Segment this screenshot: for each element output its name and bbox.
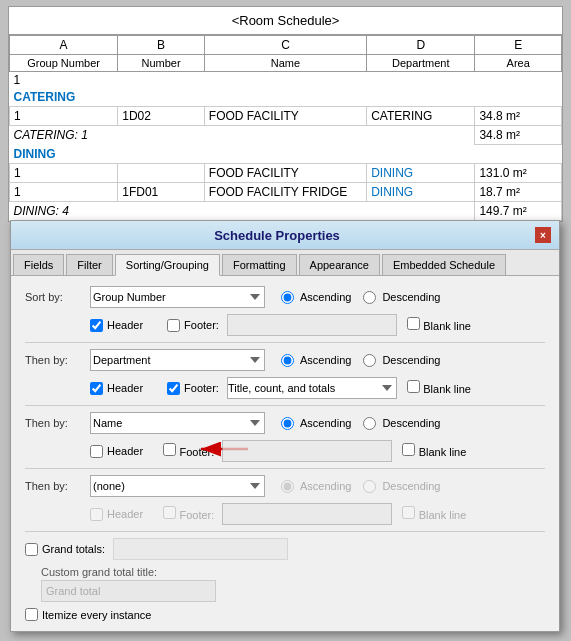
footer-dropdown-3[interactable] — [222, 440, 392, 462]
tab-filter[interactable]: Filter — [66, 254, 112, 275]
itemize-row: Itemize every instance — [25, 608, 545, 621]
ascending-label-3: Ascending — [300, 417, 351, 429]
close-button[interactable]: × — [535, 227, 551, 243]
total-catering-value: 34.8 m² — [475, 126, 562, 145]
blank-line-label-4: Blank line — [419, 509, 467, 521]
then-by-3-label: Then by: — [25, 480, 90, 492]
dialog-title: Schedule Properties — [19, 228, 535, 243]
footer-checkbox-1[interactable] — [167, 319, 180, 332]
descending-radio-1[interactable] — [363, 291, 376, 304]
then-by-2-label: Then by: — [25, 417, 90, 429]
descending-radio-4[interactable] — [363, 480, 376, 493]
row4-checks: Header Footer: Blank line — [25, 503, 545, 525]
grand-totals-row: Grand totals: — [25, 538, 545, 560]
descending-label-1: Descending — [382, 291, 440, 303]
footer-dropdown-2[interactable]: Title, count, and totals — [227, 377, 397, 399]
cell-b3: 1FD01 — [118, 183, 205, 202]
col-name-d: Department — [367, 55, 475, 72]
col-header-e: E — [475, 36, 562, 55]
grand-totals-label: Grand totals: — [42, 543, 105, 555]
row3-checks: Header Footer: Blank line — [25, 440, 545, 462]
sheet-title: <Room Schedule> — [9, 7, 562, 35]
tab-embedded-schedule[interactable]: Embedded Schedule — [382, 254, 506, 275]
ascending-label-2: Ascending — [300, 354, 351, 366]
row1-checks: Header Footer: Blank line — [25, 314, 545, 336]
cell-c2: FOOD FACILITY — [204, 164, 366, 183]
col-header-c: C — [204, 36, 366, 55]
footer-label-1: Footer: — [184, 319, 219, 331]
sort-by-label: Sort by: — [25, 291, 90, 303]
header-checkbox-4[interactable] — [90, 508, 103, 521]
ascending-radio-4[interactable] — [281, 480, 294, 493]
itemize-checkbox[interactable] — [25, 608, 38, 621]
ascending-radio-2[interactable] — [281, 354, 294, 367]
cell-d2: DINING — [367, 164, 475, 183]
dialog-tabs: Fields Filter Sorting/Grouping Formattin… — [11, 250, 559, 276]
footer-checkbox-4[interactable] — [163, 506, 176, 519]
total-dining-label: DINING: 4 — [10, 202, 475, 221]
descending-label-2: Descending — [382, 354, 440, 366]
itemize-label: Itemize every instance — [42, 609, 151, 621]
blank-line-checkbox-4[interactable] — [402, 506, 415, 519]
descending-radio-2[interactable] — [363, 354, 376, 367]
total-catering-label: CATERING: 1 — [10, 126, 475, 145]
col-name-a: Group Number — [10, 55, 118, 72]
sort-by-radio-group: Ascending Descending — [273, 291, 440, 304]
cell-b2 — [118, 164, 205, 183]
header-label-1: Header — [107, 319, 143, 331]
grand-totals-checkbox[interactable] — [25, 543, 38, 556]
then-by-2-dropdown[interactable]: Group Number Department Name Area — [90, 412, 265, 434]
header-checkbox-1[interactable] — [90, 319, 103, 332]
blank-line-checkbox-2[interactable] — [407, 380, 420, 393]
section-total-catering: CATERING: 1 34.8 m² — [10, 126, 562, 145]
table-row: 1 1FD01 FOOD FACILITY FRIDGE DINING 18.7… — [10, 183, 562, 202]
footer-dropdown-4[interactable] — [222, 503, 392, 525]
cell-d3: DINING — [367, 183, 475, 202]
tab-appearance[interactable]: Appearance — [299, 254, 380, 275]
header-checkbox-3[interactable] — [90, 445, 103, 458]
grand-totals-dropdown[interactable] — [113, 538, 288, 560]
cell-d1: CATERING — [367, 107, 475, 126]
then-by-1-dropdown[interactable]: Group Number Department Name Area — [90, 349, 265, 371]
tab-fields[interactable]: Fields — [13, 254, 64, 275]
cell-a2: 1 — [10, 164, 118, 183]
blank-line-checkbox-1[interactable] — [407, 317, 420, 330]
section-dining: DINING — [10, 145, 562, 164]
tab-formatting[interactable]: Formatting — [222, 254, 297, 275]
then-by-1-label: Then by: — [25, 354, 90, 366]
descending-label-4: Descending — [382, 480, 440, 492]
header-label-2: Header — [107, 382, 143, 394]
ascending-radio-3[interactable] — [281, 417, 294, 430]
then-by-3-dropdown[interactable]: (none) Group Number Number Name Departme… — [90, 475, 265, 497]
dialog-body: Sort by: Group Number Number Name Depart… — [11, 276, 559, 631]
ascending-label-4: Ascending — [300, 480, 351, 492]
header-label-4: Header — [107, 508, 143, 520]
then-by-3-radio-group: Ascending Descending — [273, 480, 440, 493]
cell-b1: 1D02 — [118, 107, 205, 126]
tab-sorting-grouping[interactable]: Sorting/Grouping — [115, 254, 220, 276]
blank-line-checkbox-3[interactable] — [402, 443, 415, 456]
blank-line-label-3: Blank line — [419, 446, 467, 458]
header-label-3: Header — [107, 445, 143, 457]
then-by-2-row: Then by: Group Number Department Name Ar… — [25, 412, 545, 434]
then-by-1-row: Then by: Group Number Department Name Ar… — [25, 349, 545, 371]
footer-checkbox-3[interactable] — [163, 443, 176, 456]
ascending-radio-1[interactable] — [281, 291, 294, 304]
sort-by-row: Sort by: Group Number Number Name Depart… — [25, 286, 545, 308]
footer-dropdown-1[interactable] — [227, 314, 397, 336]
cell-e1: 34.8 m² — [475, 107, 562, 126]
descending-radio-3[interactable] — [363, 417, 376, 430]
section-catering: CATERING — [10, 88, 562, 107]
custom-title-label: Custom grand total title: — [41, 566, 545, 578]
blank-line-label-1: Blank line — [423, 320, 471, 332]
cell-a3: 1 — [10, 183, 118, 202]
sort-by-dropdown[interactable]: Group Number Number Name Department Area — [90, 286, 265, 308]
footer-checkbox-2[interactable] — [167, 382, 180, 395]
then-by-2-radio-group: Ascending Descending — [273, 417, 440, 430]
col-name-e: Area — [475, 55, 562, 72]
header-checkbox-2[interactable] — [90, 382, 103, 395]
custom-title-input[interactable]: Grand total — [41, 580, 216, 602]
ascending-label-1: Ascending — [300, 291, 351, 303]
table-row: 1 1D02 FOOD FACILITY CATERING 34.8 m² — [10, 107, 562, 126]
total-dining-value: 149.7 m² — [475, 202, 562, 221]
